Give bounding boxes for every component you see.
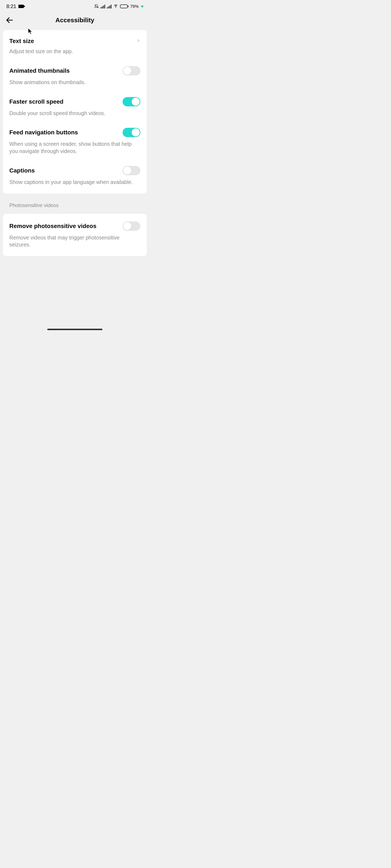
setting-feed-nav-buttons: Feed navigation buttons When using a scr… (3, 122, 147, 160)
mute-icon (94, 4, 99, 9)
status-bar: 8:21 (0, 0, 150, 13)
phone-screen: 8:21 (0, 0, 150, 333)
toggle-captions[interactable] (123, 166, 140, 175)
setting-faster-scroll: Faster scroll speed Double your scroll s… (3, 92, 147, 123)
setting-desc: Show captions in your app language when … (9, 179, 140, 186)
battery-icon (120, 4, 128, 8)
battery-percent: 79% (130, 4, 139, 9)
svg-point-0 (116, 7, 116, 7)
back-button[interactable] (4, 15, 15, 25)
setting-title: Animated thumbnails (9, 67, 70, 74)
setting-captions: Captions Show captions in your app langu… (3, 160, 147, 191)
chevron-right-icon (136, 38, 140, 44)
page-title: Accessibility (55, 17, 94, 24)
signal-icon (100, 4, 105, 8)
status-right: 79% (94, 3, 143, 9)
setting-desc: Double your scroll speed through videos. (9, 110, 140, 117)
setting-animated-thumbnails: Animated thumbnails Show animations on t… (3, 61, 147, 92)
signal-icon-2 (107, 4, 112, 8)
toggle-feed-nav[interactable] (123, 128, 140, 137)
setting-desc: When using a screen reader, show buttons… (9, 141, 140, 155)
status-time: 8:21 (6, 3, 16, 9)
setting-text-size[interactable]: Text size Adjust text size on the app. (3, 32, 147, 61)
setting-desc: Show animations on thumbnails. (9, 79, 140, 86)
page-header: Accessibility (0, 13, 150, 28)
setting-remove-photosensitive: Remove photosensitive videos Remove vide… (3, 216, 147, 254)
setting-title: Captions (9, 167, 35, 174)
settings-card-2: Remove photosensitive videos Remove vide… (3, 214, 147, 256)
home-indicator[interactable] (47, 329, 102, 330)
video-recording-icon (19, 5, 24, 8)
toggle-remove-photosensitive[interactable] (123, 221, 140, 231)
setting-desc: Adjust text size on the app. (9, 48, 140, 55)
toggle-faster-scroll[interactable] (123, 97, 140, 106)
status-left: 8:21 (6, 3, 24, 9)
setting-title: Remove photosensitive videos (9, 223, 96, 229)
setting-title: Text size (9, 38, 34, 44)
recording-indicator-icon (141, 5, 143, 7)
mouse-cursor-icon (28, 28, 33, 36)
setting-title: Feed navigation buttons (9, 129, 78, 136)
toggle-animated-thumbnails[interactable] (123, 66, 140, 75)
setting-desc: Remove videos that may trigger photosens… (9, 234, 140, 249)
wifi-icon (113, 3, 118, 9)
section-header-photosensitive: Photosensitive videos (0, 196, 150, 211)
setting-title: Faster scroll speed (9, 98, 63, 105)
back-arrow-icon (5, 16, 14, 24)
settings-card-1: Text size Adjust text size on the app. A… (3, 30, 147, 193)
